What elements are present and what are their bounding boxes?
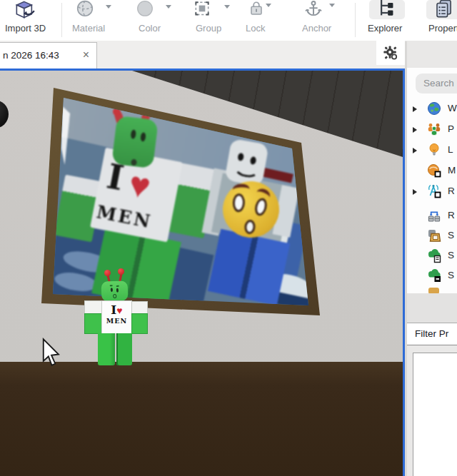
tree-item-label: W: [448, 103, 457, 113]
front-alien-brow: [116, 285, 119, 287]
anchor-button[interactable]: Anchor: [302, 23, 331, 34]
place-tab[interactable]: n 2026 16:43 ×: [0, 42, 97, 69]
group-selection-icon: [191, 0, 213, 21]
front-alien-head: [101, 280, 129, 301]
front-antenna-tip: [104, 270, 111, 276]
tree-item-material-service[interactable]: M: [407, 163, 457, 180]
place-tab-title: n 2026 16:43: [3, 43, 59, 68]
filter-properties-input[interactable]: Filter Pr: [407, 323, 457, 345]
replicated-storage-icon: [426, 208, 442, 223]
front-leg-right: [116, 333, 132, 365]
tree-item-label: S: [448, 250, 454, 260]
noob-smile: [233, 158, 261, 179]
chevron-right-icon[interactable]: [413, 106, 417, 112]
workspace-globe-icon: [426, 101, 442, 116]
document-tab-bar: n 2026 16:43 ×: [0, 41, 405, 69]
right-dock-panel: Search W: [407, 41, 457, 476]
lock-icon: [246, 0, 267, 21]
chevron-right-icon[interactable]: [413, 148, 417, 153]
front-alien-shirt: I♥ MEN: [101, 300, 132, 334]
gear-icon: [383, 45, 398, 61]
properties-panel-header: [407, 293, 457, 323]
chevron-right-icon[interactable]: [413, 189, 417, 195]
search-placeholder: Search: [416, 74, 457, 93]
shirt-heart: ♥: [116, 305, 122, 316]
tree-item-label: M: [448, 165, 456, 176]
tree-item-label: R: [448, 186, 455, 196]
server-storage-cloud-box-icon: [426, 268, 442, 283]
front-shoulder-right: [131, 301, 148, 314]
photo-noob-head: [224, 138, 268, 186]
color-circle-icon: [134, 0, 156, 21]
group-dropdown-caret[interactable]: [224, 5, 230, 9]
ribbon-toolbar: Import 3D Material Color Group Lock: [0, 0, 457, 41]
alien-eye: [140, 132, 146, 142]
tree-item-label: P: [448, 123, 454, 134]
color-button[interactable]: Color: [139, 23, 161, 34]
front-alien-mouth: [113, 294, 116, 298]
front-leg-left: [98, 333, 115, 365]
front-arm-right: [131, 313, 148, 334]
tree-item-label: L: [448, 144, 453, 155]
tree-item-players[interactable]: P: [407, 121, 457, 138]
game-viewport[interactable]: I ♥ MEN: [0, 69, 405, 476]
shirt-word-men: MEN: [101, 318, 132, 325]
tree-item-label: S: [448, 230, 454, 240]
clipped-item-icon: [426, 286, 442, 293]
import-3d-icon: [11, 0, 39, 23]
server-script-service-icon: [426, 228, 442, 243]
front-arm-left: [84, 313, 102, 334]
tree-item-replicated-first[interactable]: R: [407, 183, 457, 201]
alien-mouth: [131, 159, 137, 166]
explorer-search-input[interactable]: Search: [416, 74, 457, 93]
chevron-right-icon[interactable]: [413, 127, 417, 133]
anchor-icon: [303, 0, 324, 22]
material-dropdown-caret[interactable]: [106, 5, 111, 9]
close-icon[interactable]: ×: [83, 43, 89, 67]
color-dropdown-caret[interactable]: [166, 5, 171, 9]
explorer-panel: Search W: [407, 68, 457, 293]
material-service-icon: [426, 163, 442, 178]
properties-content-area[interactable]: [413, 353, 457, 476]
anchor-dropdown-caret[interactable]: [329, 4, 335, 7]
mouse-cursor: [39, 338, 60, 369]
tree-item-label: S: [448, 270, 454, 280]
properties-clipboard-icon: [433, 0, 454, 22]
emoji-eye: [232, 193, 245, 213]
players-icon: [426, 121, 442, 137]
tree-item-server-cloud-box[interactable]: S: [407, 268, 457, 285]
front-antenna-tip: [118, 268, 124, 275]
properties-button-label: Propert: [428, 23, 457, 34]
explorer-button-label: Explorer: [368, 23, 402, 34]
replicated-first-antenna-icon: [426, 183, 442, 199]
tree-item-label: R: [448, 210, 455, 221]
tree-item-lighting[interactable]: L: [407, 142, 457, 159]
lock-dropdown-caret[interactable]: [266, 4, 271, 7]
photo-alien-head: [111, 116, 159, 169]
toolbar-separator: [61, 3, 62, 37]
server-storage-cloud-script-icon: [426, 248, 442, 263]
tree-item-server-script-service[interactable]: S: [407, 228, 457, 245]
lock-button[interactable]: Lock: [246, 23, 265, 34]
shirt-heart: ♥: [125, 163, 154, 208]
material-sphere-icon: [74, 0, 96, 21]
alien-eye: [131, 129, 137, 139]
front-shoulder-left: [84, 300, 102, 314]
tree-item-server-cloud-script[interactable]: S: [407, 248, 457, 265]
import-3d-button[interactable]: Import 3D: [5, 23, 46, 34]
front-alien-brow: [110, 285, 113, 286]
viewport-settings-button[interactable]: [376, 41, 405, 65]
tree-item-replicated-storage[interactable]: R: [407, 208, 457, 225]
filter-properties-text: Filter Pr: [407, 323, 457, 344]
photo-noob-legs: [208, 229, 290, 306]
group-button[interactable]: Group: [196, 23, 221, 34]
emoji-mouth: [243, 219, 256, 234]
tree-item-clipped[interactable]: [407, 286, 457, 293]
lighting-bulb-icon: [426, 142, 442, 158]
material-button[interactable]: Material: [72, 23, 105, 34]
dark-sphere-part: [0, 100, 9, 128]
front-alien-eye: [111, 288, 113, 292]
front-alien-eye: [116, 288, 119, 293]
tree-item-workspace[interactable]: W: [407, 101, 457, 118]
explorer-tree-icon: [377, 0, 397, 22]
